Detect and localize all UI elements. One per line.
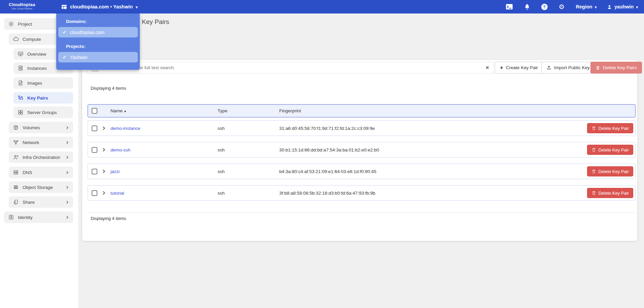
chevron-down-icon: ▾ (595, 5, 597, 9)
brand-logo[interactable]: Cloudtopiaa Your Cloud Partner (9, 2, 35, 10)
expand-row-icon[interactable] (101, 191, 106, 195)
key-pair-name-link[interactable]: demo-ssh (110, 147, 218, 152)
check-icon: ✔ (63, 30, 66, 35)
domain-item-label: cloudtopiaa.com (70, 30, 104, 35)
main-content: Key Pairs × + Create Key Pair Import Pub… (78, 13, 644, 308)
clear-search-icon[interactable]: × (486, 65, 489, 71)
row-checkbox[interactable] (92, 169, 97, 174)
key-pairs-icon (18, 95, 24, 101)
expand-row-icon[interactable] (101, 147, 106, 152)
expand-row-icon[interactable] (101, 126, 106, 131)
overview-monitor-icon (18, 51, 24, 57)
table-row: jazzi ssh b4:3a:80:c4:af:53:21:09:e1:64:… (88, 164, 636, 179)
settings-gear-icon[interactable]: ⚙ (558, 3, 566, 10)
sidebar-item-label: Key Pairs (27, 95, 48, 101)
page-title: Key Pairs (142, 18, 169, 26)
delete-key-pair-label: Delete Key Pair (599, 147, 629, 152)
sidebar-item-dns[interactable]: DNS (9, 167, 73, 178)
key-pair-type: ssh (218, 147, 279, 152)
delete-key-pairs-label: Delete Key Pairs (603, 65, 637, 70)
project-item-label: Yashwin (70, 55, 88, 60)
key-pairs-table: Name▲ Type Fingerprint demo-instance ssh… (88, 104, 636, 207)
brand-tagline: Your Cloud Partner (9, 7, 35, 10)
dropdown-item-domain[interactable]: ✔ cloudtopiaa.com (58, 27, 138, 37)
sidebar-item-key-pairs[interactable]: Key Pairs (13, 92, 73, 104)
chevron-right-icon (65, 171, 69, 174)
delete-key-pair-label: Delete Key Pair (599, 126, 629, 131)
key-pair-name-link[interactable]: jazzi (110, 169, 218, 174)
sidebar-item-infra-orchestration[interactable]: Infra Orchestration (9, 151, 73, 163)
help-icon[interactable]: ? (541, 4, 548, 10)
sidebar-item-label: Network (23, 140, 39, 145)
upload-icon (546, 65, 551, 70)
import-public-key-button[interactable]: Import Public Key (541, 62, 595, 74)
create-key-pair-button[interactable]: + Create Key Pair (495, 62, 543, 74)
sidebar-item-label: Images (27, 81, 42, 86)
trash-icon (591, 126, 596, 131)
sidebar-item-share[interactable]: Share (9, 196, 73, 208)
instances-server-icon (18, 65, 24, 71)
key-pair-fingerprint: 3f:b8:a8:58:08:5b:32:18:d3:b0:fd:6a:47:9… (279, 191, 586, 196)
delete-key-pair-button[interactable]: Delete Key Pair (587, 166, 633, 176)
region-label: Region (576, 4, 592, 9)
expand-row-icon[interactable] (101, 169, 106, 174)
key-pair-fingerprint: 31:a6:d0:45:58:70:f1:9d:71:f2:fd:1a:2c:c… (279, 126, 586, 131)
trash-icon (591, 191, 596, 195)
sort-asc-icon: ▲ (124, 109, 127, 113)
region-menu[interactable]: Region ▾ (576, 4, 597, 9)
notifications-icon[interactable] (523, 3, 531, 10)
user-menu[interactable]: yashwin ▾ (607, 4, 638, 9)
search-input[interactable] (99, 65, 486, 71)
items-count-top: Displaying 4 items (91, 86, 126, 91)
sidebar-item-identity[interactable]: Identity (4, 212, 73, 223)
trash-icon (595, 65, 600, 70)
sidebar-item-network[interactable]: Network (9, 137, 73, 148)
top-navbar: Cloudtopiaa Your Cloud Partner cloudtopi… (0, 0, 644, 13)
chevron-down-icon: ▾ (136, 5, 138, 9)
column-header-fingerprint[interactable]: Fingerprint (279, 108, 586, 113)
dns-racks-icon (13, 169, 19, 175)
sidebar-item-server-groups[interactable]: Server Groups (13, 107, 73, 118)
plus-icon: + (500, 65, 503, 71)
delete-key-pair-button[interactable]: Delete Key Pair (587, 123, 633, 133)
brand-name: Cloudtopiaa (9, 2, 35, 7)
select-all-checkbox[interactable] (92, 108, 97, 114)
key-pair-fingerprint: b4:3a:80:c4:af:53:21:09:e1:64:03:e6:1d:f… (279, 169, 586, 174)
sidebar-item-label: Identity (18, 215, 33, 220)
terminal-icon[interactable] (506, 3, 513, 10)
identity-badge-icon (8, 214, 14, 220)
sidebar-item-label: Overview (27, 52, 46, 57)
delete-key-pairs-button[interactable]: Delete Key Pairs (590, 62, 642, 74)
column-header-type[interactable]: Type (218, 108, 279, 113)
name-column-label: Name (110, 108, 123, 113)
chevron-right-icon (65, 186, 69, 189)
row-checkbox[interactable] (92, 147, 97, 153)
navbar-actions: ? ⚙ Region ▾ yashwin ▾ (506, 0, 638, 13)
compute-cloud-icon (13, 36, 19, 42)
key-pair-name-link[interactable]: demo-instance (110, 126, 218, 131)
sidebar-item-images[interactable]: Images (13, 77, 73, 89)
items-count-bottom: Displaying 4 items (91, 216, 126, 221)
column-header-name[interactable]: Name▲ (110, 108, 218, 113)
delete-key-pair-button[interactable]: Delete Key Pair (587, 188, 633, 198)
key-pair-type: ssh (218, 169, 279, 174)
key-pair-name-link[interactable]: tutorial (110, 191, 218, 196)
chevron-right-icon (65, 156, 69, 159)
domains-heading: Domains: (66, 19, 138, 24)
sidebar-item-object-storage[interactable]: Object Storage (9, 181, 73, 193)
domain-project-switcher[interactable]: cloudtopiaa.com • Yashwin ▾ (61, 0, 138, 13)
row-checkbox[interactable] (92, 190, 97, 196)
user-label: yashwin (614, 4, 634, 9)
dropdown-item-project[interactable]: ✔ Yashwin (58, 52, 138, 62)
chevron-right-icon (65, 216, 69, 219)
sidebar-item-label: Object Storage (23, 185, 53, 190)
sidebar-item-label: Share (23, 200, 35, 205)
sidebar-item-label: Project (18, 22, 32, 27)
sidebar-item-label: Instances (27, 66, 47, 71)
sidebar-item-label: Compute (23, 37, 41, 42)
sidebar-item-volumes[interactable]: Volumes (9, 122, 73, 133)
infra-orchestration-icon (13, 154, 19, 160)
delete-key-pair-button[interactable]: Delete Key Pair (587, 145, 633, 155)
chevron-right-icon (65, 126, 69, 130)
row-checkbox[interactable] (92, 125, 97, 131)
